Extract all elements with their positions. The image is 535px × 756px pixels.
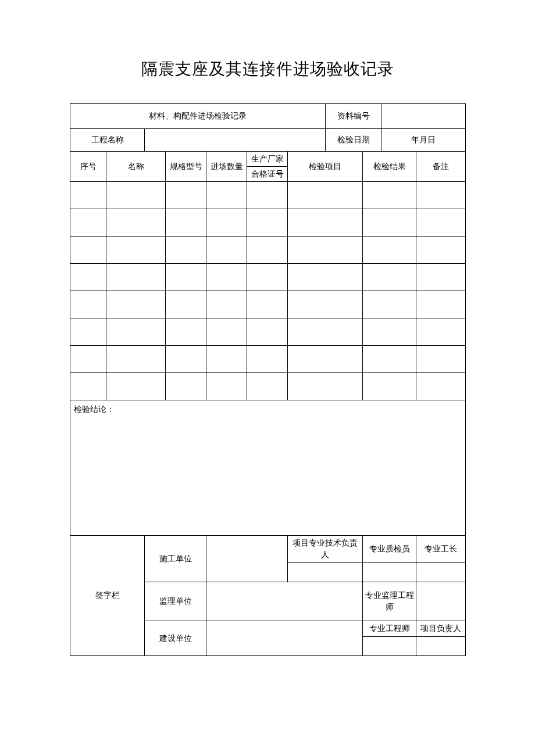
project-lead-value — [416, 637, 466, 656]
table-cell — [247, 373, 288, 400]
table-cell — [166, 291, 206, 318]
table-cell — [206, 264, 247, 291]
table-cell — [106, 373, 166, 400]
table-cell — [247, 237, 288, 264]
table-cell — [363, 373, 416, 400]
table-cell — [363, 291, 416, 318]
table-cell — [416, 182, 466, 209]
table-cell — [247, 346, 288, 373]
table-cell — [247, 182, 288, 209]
project-name-value — [145, 129, 326, 152]
project-lead-label: 项目负责人 — [416, 621, 466, 637]
supervision-engineer-value — [416, 582, 466, 621]
table-cell — [70, 209, 106, 237]
table-cell — [106, 209, 166, 237]
col-qty: 进场数量 — [206, 152, 247, 182]
supervision-unit-label: 监理单位 — [145, 582, 206, 621]
table-cell — [166, 346, 206, 373]
supervision-engineer-label: 专业监理工程师 — [363, 582, 416, 621]
table-cell — [166, 264, 206, 291]
table-cell — [247, 264, 288, 291]
table-cell — [416, 373, 466, 400]
table-cell — [416, 209, 466, 237]
owner-unit-blank — [206, 621, 363, 656]
tech-lead-label: 项目专业技术负责人 — [288, 536, 363, 563]
col-cert: 合格证号 — [247, 167, 288, 182]
table-cell — [288, 182, 363, 209]
conclusion-cell: 检验结论： — [70, 400, 466, 536]
table-cell — [416, 318, 466, 346]
record-title: 材料、构配件进场检验记录 — [70, 104, 326, 129]
inspection-form: 材料、构配件进场检验记录 资料编号 工程名称 检验日期 年月日 序号 名称 规格… — [70, 103, 466, 656]
table-cell — [70, 291, 106, 318]
table-cell — [416, 291, 466, 318]
col-remark: 备注 — [416, 152, 466, 182]
table-cell — [70, 264, 106, 291]
tech-lead-value — [288, 563, 363, 582]
col-item: 检验项目 — [288, 152, 363, 182]
qc-inspector-value — [363, 563, 416, 582]
conclusion-label: 检验结论： — [74, 405, 115, 414]
check-date-value: 年月日 — [381, 129, 466, 152]
col-spec: 规格型号 — [166, 152, 206, 182]
owner-unit-label: 建设单位 — [145, 621, 206, 656]
table-cell — [363, 237, 416, 264]
foreman-label: 专业工长 — [416, 536, 466, 563]
table-cell — [70, 373, 106, 400]
table-cell — [416, 346, 466, 373]
table-cell — [206, 346, 247, 373]
table-cell — [247, 209, 288, 237]
table-cell — [166, 373, 206, 400]
table-cell — [288, 318, 363, 346]
table-cell — [206, 237, 247, 264]
table-cell — [363, 318, 416, 346]
pro-engineer-label: 专业工程师 — [363, 621, 416, 637]
table-cell — [70, 318, 106, 346]
table-cell — [416, 264, 466, 291]
table-cell — [288, 264, 363, 291]
table-cell — [70, 346, 106, 373]
construction-unit-blank — [206, 536, 288, 582]
table-cell — [288, 346, 363, 373]
table-cell — [106, 291, 166, 318]
table-cell — [106, 318, 166, 346]
project-name-label: 工程名称 — [70, 129, 145, 152]
construction-unit-label: 施工单位 — [145, 536, 206, 582]
table-cell — [206, 373, 247, 400]
page-title: 隔震支座及其连接件进场验收记录 — [70, 58, 465, 80]
signature-section-label: 签字栏 — [70, 536, 145, 656]
table-cell — [363, 264, 416, 291]
pro-engineer-value — [363, 637, 416, 656]
table-cell — [106, 346, 166, 373]
col-seq: 序号 — [70, 152, 106, 182]
col-mfr: 生产厂家 — [247, 152, 288, 167]
table-cell — [416, 237, 466, 264]
table-cell — [247, 291, 288, 318]
col-name: 名称 — [106, 152, 166, 182]
doc-number-label: 资料编号 — [326, 104, 381, 129]
qc-inspector-label: 专业质检员 — [363, 536, 416, 563]
table-cell — [106, 182, 166, 209]
table-cell — [288, 237, 363, 264]
check-date-label: 检验日期 — [326, 129, 381, 152]
table-cell — [206, 209, 247, 237]
table-cell — [206, 318, 247, 346]
table-cell — [166, 318, 206, 346]
table-cell — [288, 291, 363, 318]
table-cell — [106, 237, 166, 264]
supervision-unit-blank — [206, 582, 363, 621]
col-result: 检验结果 — [363, 152, 416, 182]
table-cell — [70, 237, 106, 264]
table-cell — [247, 318, 288, 346]
table-cell — [106, 264, 166, 291]
table-cell — [166, 237, 206, 264]
table-cell — [206, 182, 247, 209]
table-cell — [70, 182, 106, 209]
foreman-value — [416, 563, 466, 582]
table-cell — [206, 291, 247, 318]
table-cell — [363, 209, 416, 237]
table-cell — [363, 346, 416, 373]
table-cell — [166, 209, 206, 237]
table-cell — [288, 373, 363, 400]
table-cell — [166, 182, 206, 209]
